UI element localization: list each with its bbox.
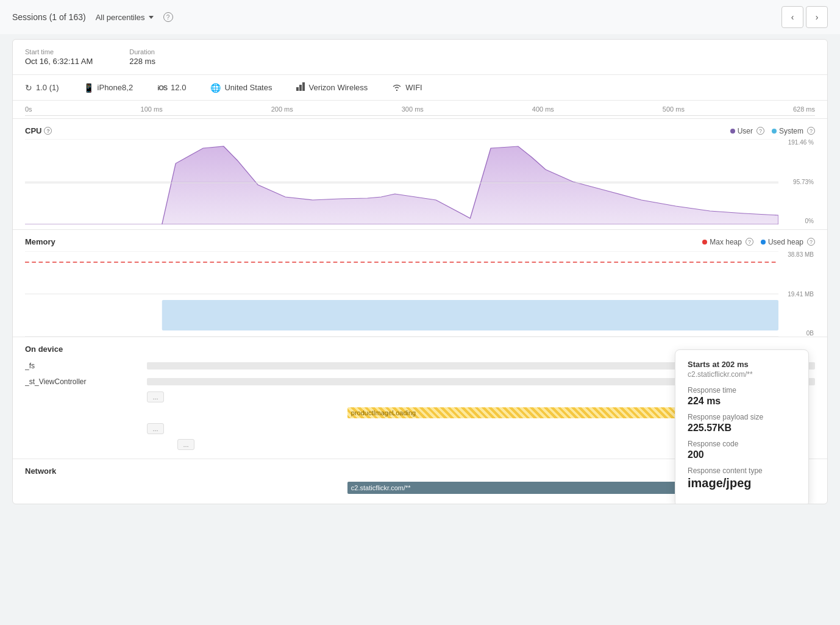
dots-button-3[interactable]: ... (177, 439, 194, 450)
duration-group: Duration 228 ms (129, 48, 155, 66)
globe-icon: 🌐 (210, 83, 221, 93)
svg-marker-1 (299, 85, 302, 91)
model-value: iPhone8,2 (98, 83, 133, 92)
cpu-help-icon[interactable]: ? (44, 127, 52, 135)
cpu-legend: User ? System ? (730, 127, 815, 135)
memory-header: Memory Max heap ? Used heap ? (25, 237, 815, 246)
tooltip-subtitle: c2.staticflickr.com/** (688, 370, 796, 379)
tooltip-response-time: Response time 224 ms (688, 386, 796, 407)
carrier-value: Verizon Wireless (308, 83, 368, 92)
top-bar-left: Sessions (1 of 163) All percentiles ? (12, 12, 173, 22)
percentile-dropdown[interactable]: All percentiles (96, 13, 154, 22)
network-type-value: WIFI (405, 83, 422, 92)
tick-628ms: 628 ms (793, 105, 815, 113)
version-icon: ↻ (25, 83, 32, 93)
tooltip-code: Response code 200 (688, 440, 796, 460)
os-item: iOS 12.0 (157, 83, 186, 92)
used-heap-help-icon[interactable]: ? (807, 238, 815, 246)
max-heap-legend: Max heap ? (702, 238, 753, 246)
tick-400ms: 400 ms (532, 105, 554, 113)
tick-0s: 0s (25, 105, 32, 113)
nav-buttons: ‹ › (781, 6, 828, 28)
tick-500ms: 500 ms (663, 105, 685, 113)
start-time-value: Oct 16, 6:32:11 AM (25, 57, 93, 66)
trace-label-st: _st_ViewController (25, 377, 147, 386)
start-time-label: Start time (25, 48, 93, 55)
tooltip-payload-label: Response payload size (688, 413, 796, 421)
memory-section: Memory Max heap ? Used heap ? (13, 229, 827, 337)
cpu-y-labels: 191.46 % 95.73% 0% (788, 139, 814, 224)
cpu-user-legend: User ? (730, 127, 764, 135)
cpu-user-help-icon[interactable]: ? (756, 127, 764, 135)
version-item: ↻ 1.0 (1) (25, 83, 59, 93)
prev-button[interactable]: ‹ (781, 6, 803, 28)
model-item: 📱 iPhone8,2 (84, 83, 133, 93)
version-value: 1.0 (1) (36, 83, 59, 92)
tick-300ms: 300 ms (402, 105, 424, 113)
next-button[interactable]: › (806, 6, 828, 28)
memory-legend: Max heap ? Used heap ? (702, 238, 815, 246)
top-bar: Sessions (1 of 163) All percentiles ? ‹ … (0, 0, 840, 34)
tick-100ms: 100 ms (141, 105, 163, 113)
cpu-chart-svg (25, 139, 778, 224)
cpu-system-help-icon[interactable]: ? (807, 127, 815, 135)
tooltip-response-time-value: 224 ms (688, 396, 796, 407)
cpu-user-dot (730, 129, 735, 134)
tooltip-payload: Response payload size 225.57KB (688, 413, 796, 434)
main-card: Start time Oct 16, 6:32:11 AM Duration 2… (12, 39, 828, 504)
used-heap-dot (761, 240, 766, 245)
sessions-label: Sessions (1 of 163) (12, 12, 86, 22)
cpu-header: CPU ? User ? System ? (25, 126, 815, 135)
timeline-ruler: 0s 100 ms 200 ms 300 ms 400 ms 500 ms 62… (13, 101, 827, 119)
cpu-chart: 191.46 % 95.73% 0% (25, 139, 778, 224)
phone-icon: 📱 (84, 83, 94, 93)
tooltip-content-type-value: image/jpeg (688, 476, 796, 490)
used-heap-legend: Used heap ? (761, 238, 815, 246)
dots-button-1[interactable]: ... (147, 391, 164, 402)
tooltip-content-type: Response content type image/jpeg (688, 466, 796, 490)
tooltip-payload-value: 225.57KB (688, 423, 796, 434)
os-value: 12.0 (171, 83, 186, 92)
tooltip-popup: Starts at 202 ms c2.staticflickr.com/** … (675, 349, 809, 504)
ruler-labels: 0s 100 ms 200 ms 300 ms 400 ms 500 ms 62… (25, 105, 815, 115)
device-bar: ↻ 1.0 (1) 📱 iPhone8,2 iOS 12.0 🌐 United … (13, 75, 827, 101)
cpu-system-dot (772, 129, 777, 134)
on-device-section: On device _fs _st_ViewController ... (13, 337, 827, 459)
ios-icon: iOS (157, 84, 167, 91)
tooltip-content-type-label: Response content type (688, 466, 796, 475)
ruler-line (25, 115, 815, 116)
signal-icon (296, 82, 305, 93)
country-value: United States (224, 83, 272, 92)
tooltip-response-time-label: Response time (688, 386, 796, 395)
country-item: 🌐 United States (210, 83, 272, 93)
carrier-item: Verizon Wireless (296, 82, 368, 93)
cpu-title: CPU ? (25, 126, 52, 135)
memory-y-labels: 38.83 MB 19.41 MB 0B (788, 251, 814, 337)
duration-label: Duration (129, 48, 155, 55)
duration-value: 228 ms (129, 57, 155, 66)
dots-button-2[interactable]: ... (147, 423, 164, 434)
help-icon[interactable]: ? (163, 12, 173, 22)
tooltip-code-label: Response code (688, 440, 796, 448)
tooltip-code-value: 200 (688, 449, 796, 460)
session-header: Start time Oct 16, 6:32:11 AM Duration 2… (13, 40, 827, 75)
trace-label-fs: _fs (25, 362, 147, 370)
svg-rect-11 (162, 300, 778, 330)
memory-title: Memory (25, 237, 55, 246)
svg-marker-2 (302, 82, 305, 91)
tick-200ms: 200 ms (271, 105, 293, 113)
max-heap-help-icon[interactable]: ? (746, 238, 753, 246)
memory-chart: 38.83 MB 19.41 MB 0B (25, 251, 778, 337)
start-time-group: Start time Oct 16, 6:32:11 AM (25, 48, 93, 66)
network-item: WIFI (392, 83, 422, 93)
svg-marker-0 (296, 87, 299, 91)
tooltip-title: Starts at 202 ms (688, 360, 796, 369)
wifi-icon (392, 83, 402, 93)
cpu-system-legend: System ? (772, 127, 815, 135)
chevron-down-icon (149, 16, 154, 19)
cpu-section: CPU ? User ? System ? (13, 119, 827, 224)
max-heap-dot (702, 240, 707, 245)
memory-chart-svg (25, 251, 778, 337)
